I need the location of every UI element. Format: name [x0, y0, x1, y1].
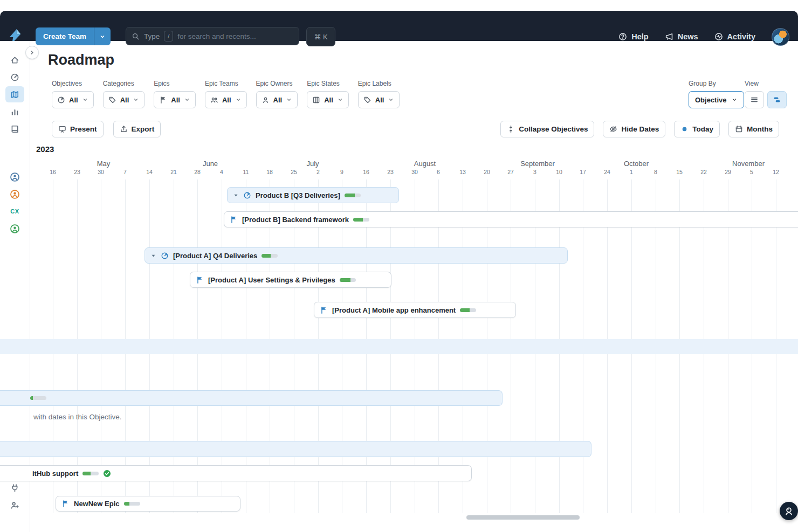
week-tick: 27: [507, 169, 514, 175]
months-button[interactable]: Months: [728, 121, 779, 137]
objective-icon: [57, 96, 65, 104]
progress-pill: [460, 308, 476, 312]
week-tick: 28: [194, 169, 201, 175]
user-avatar[interactable]: [772, 28, 789, 46]
objective-bar[interactable]: [0, 390, 503, 406]
left-sidebar: CX: [0, 41, 30, 532]
present-button[interactable]: Present: [52, 121, 104, 137]
page-title: Roadmap: [48, 52, 114, 68]
caret-down-icon: [388, 96, 394, 103]
epic-flag-wrap: [61, 500, 70, 508]
help-icon: [618, 32, 627, 41]
eye-off-icon: [609, 125, 617, 133]
objective-bar[interactable]: [Product A] Q4 Deliveries: [145, 247, 568, 264]
sidebar-team-cx[interactable]: CX: [5, 203, 24, 219]
epic-bar[interactable]: [Product B] Backend framework: [224, 211, 798, 227]
progress-fill: [345, 194, 355, 197]
filter-value: All: [69, 96, 78, 104]
epic-title: [Product B] Backend framework: [242, 216, 349, 224]
sidebar-item-sprints[interactable]: [5, 69, 24, 85]
sprint-icon: [10, 73, 19, 82]
topnav-label: Help: [631, 32, 648, 41]
list-view-button[interactable]: [745, 91, 764, 108]
search-input[interactable]: Type / for search and recents...: [126, 27, 299, 45]
collapse-chevron[interactable]: [233, 192, 239, 198]
filter-epic-teams: Epic TeamsAll: [205, 80, 247, 108]
slash-key-hint: /: [164, 31, 173, 42]
chevron-down-solid-icon: [150, 253, 156, 259]
today-button[interactable]: Today: [674, 121, 720, 137]
filter-categories: CategoriesAll: [103, 80, 145, 108]
epic-bar[interactable]: [Product A] User Settings & Privileges: [190, 272, 391, 288]
hide-dates-button[interactable]: Hide Dates: [603, 121, 665, 137]
filter-label: Epics: [154, 80, 196, 87]
topnav-news[interactable]: News: [665, 32, 698, 41]
week-tick: 8: [654, 169, 657, 175]
week-tick: 12: [773, 169, 779, 175]
filter-dropdown-epic-labels[interactable]: All: [358, 91, 400, 108]
sidebar-team-4[interactable]: [5, 220, 24, 237]
sidebar-team-2[interactable]: [5, 186, 24, 202]
export-button[interactable]: Export: [113, 121, 161, 137]
view-control: View: [745, 80, 787, 108]
filter-value: All: [120, 96, 129, 104]
group-by-select[interactable]: Objective: [689, 91, 744, 108]
epic-flag-wrap: [230, 216, 238, 224]
sidebar-item-invite-user[interactable]: [5, 497, 24, 513]
timeline-view-button[interactable]: [767, 91, 787, 108]
progress-pill: [30, 396, 46, 400]
topnav-activity[interactable]: Activity: [714, 32, 755, 41]
horizontal-scrollbar-thumb[interactable]: [466, 515, 580, 520]
filter-label: Epic Teams: [205, 80, 247, 87]
week-tick: 3: [533, 169, 536, 175]
flag-icon: [61, 500, 70, 508]
button-label: Today: [692, 125, 713, 133]
topnav-help[interactable]: Help: [618, 32, 648, 41]
collapse-objectives-button[interactable]: Collapse Objectives: [500, 121, 594, 137]
filter-value: All: [324, 96, 333, 104]
filter-dropdown-categories[interactable]: All: [103, 91, 145, 108]
sidebar-item-home[interactable]: [5, 52, 24, 68]
sidebar-item-insights[interactable]: [5, 103, 24, 120]
filter-dropdown-epics[interactable]: All: [154, 91, 196, 108]
chevron-down-solid-icon: [233, 192, 239, 198]
collapse-icon: [507, 125, 515, 133]
epic-bar[interactable]: NewNew Epic: [56, 496, 240, 512]
epic-flag-wrap: [320, 306, 328, 314]
filter-dropdown-epic-owners[interactable]: All: [256, 91, 298, 108]
week-tick: 17: [580, 169, 586, 175]
filter-dropdown-epic-states[interactable]: All: [307, 91, 349, 108]
top-nav: HelpNewsActivity: [618, 27, 789, 46]
timeline-year: 2023: [36, 144, 54, 154]
objective-bar[interactable]: [0, 441, 591, 457]
epic-bar[interactable]: [Product A] Mobile app enhancement: [314, 302, 516, 318]
progress-pill: [340, 278, 356, 282]
filter-dropdown-objectives[interactable]: All: [52, 91, 94, 108]
sidebar-team-1[interactable]: [5, 169, 24, 185]
filter-label: Epic States: [307, 80, 349, 87]
astronaut-fab-button[interactable]: [780, 502, 798, 520]
invite-icon: [10, 501, 19, 510]
filter-label: Epic Owners: [256, 80, 298, 87]
sidebar-expand-button[interactable]: [25, 46, 39, 59]
objective-bar[interactable]: Product B [Q3 Deliveries]: [227, 187, 399, 203]
create-team-button[interactable]: Create Team: [36, 27, 94, 45]
create-team-dropdown-button[interactable]: [94, 27, 111, 45]
progress-fill: [262, 254, 271, 258]
button-label: Months: [747, 125, 773, 133]
list-view-icon: [750, 95, 759, 104]
avatar-icon: [10, 189, 20, 199]
sidebar-item-roadmap[interactable]: [5, 86, 24, 102]
caret-down-icon: [184, 96, 190, 103]
caret-down-icon: [99, 33, 106, 40]
objective-row-highlight[interactable]: [0, 339, 798, 354]
sidebar-item-integrations[interactable]: [5, 480, 24, 496]
epic-flag-wrap: [196, 276, 204, 284]
collapse-chevron[interactable]: [150, 253, 156, 259]
sidebar-item-reports[interactable]: [5, 121, 24, 137]
epic-bar[interactable]: itHub support: [0, 465, 472, 481]
flag-icon: [320, 306, 328, 314]
week-tick: 4: [220, 169, 223, 175]
filter-dropdown-epic-teams[interactable]: All: [205, 91, 247, 108]
progress-fill: [124, 502, 130, 506]
